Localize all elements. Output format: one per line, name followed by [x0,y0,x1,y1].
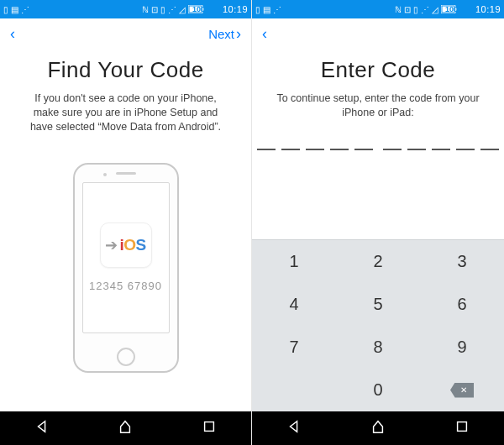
svg-rect-3 [205,422,214,432]
vibrate-icon: ⊡ [151,5,158,14]
screen-find-code: ▯ ▤ ⋰ ℕ ⊡ ▯ ⋰ ◿ 100 10:19 ‹ Ne [0,0,252,445]
key-1[interactable]: 1 [252,240,336,283]
sim-icon: ▯ [413,5,418,14]
sample-code: 12345 67890 [89,280,162,292]
wifi-status-icon: ⋰ [273,5,281,14]
key-blank [252,369,336,411]
key-3[interactable]: 3 [420,240,504,283]
move-to-ios-icon: ➔ iOS [100,222,152,268]
code-slot [480,149,499,150]
battery-percent: 100 [445,5,458,13]
code-slot [432,149,450,150]
page-description: To continue setup, enter the code from y… [276,92,480,120]
nav-home-icon[interactable] [370,419,386,437]
code-slot [257,149,276,150]
status-bar: ▯ ▤ ⋰ ℕ ⊡ ▯ ⋰ ◿ 100 10:19 [252,0,504,18]
code-slot [383,149,402,150]
chevron-left-icon: ‹ [10,26,15,41]
page-description: If you don't see a code on your iPhone, … [24,92,228,134]
signal-icon: ◿ [432,5,438,14]
code-slot [354,149,373,150]
key-backspace[interactable] [420,369,504,411]
nfc-icon: ℕ [395,5,402,14]
image-status-icon: ▤ [263,5,270,14]
code-slot [281,149,300,150]
vibrate-icon: ⊡ [404,5,411,14]
next-button[interactable]: Next › [208,26,241,41]
key-0[interactable]: 0 [336,369,420,411]
code-slot [330,149,349,150]
status-bar: ▯ ▤ ⋰ ℕ ⊡ ▯ ⋰ ◿ 100 10:19 [0,0,251,18]
code-input[interactable] [252,149,504,150]
screen-enter-code: ▯ ▤ ⋰ ℕ ⊡ ▯ ⋰ ◿ 100 10:19 ‹ [252,0,504,445]
chevron-left-icon: ‹ [262,26,267,41]
code-slot [456,149,475,150]
battery-percent: 100 [192,5,205,13]
nav-row: ‹ Next › [0,18,251,49]
phone-home-button-icon [117,348,135,366]
phone-status-icon: ▯ [3,5,8,14]
phone-status-icon: ▯ [255,5,260,14]
key-7[interactable]: 7 [252,326,336,369]
back-button[interactable]: ‹ [10,26,15,41]
nav-back-icon[interactable] [286,419,302,437]
key-9[interactable]: 9 [420,326,504,369]
nav-home-icon[interactable] [118,419,133,437]
android-nav-bar [0,411,251,445]
arrow-right-icon: ➔ [105,236,118,254]
image-status-icon: ▤ [11,5,18,14]
wifi-icon: ⋰ [168,5,176,14]
nfc-icon: ℕ [142,5,149,14]
numeric-keypad: 1 2 3 4 5 6 7 8 9 0 [252,239,504,411]
key-5[interactable]: 5 [336,283,420,326]
ios-label: iOS [119,236,145,254]
back-button[interactable]: ‹ [262,26,267,41]
nav-recent-icon[interactable] [454,419,470,437]
phone-illustration: ➔ iOS 12345 67890 [0,163,251,411]
signal-icon: ◿ [179,5,186,14]
key-4[interactable]: 4 [252,283,336,326]
wifi-icon: ⋰ [421,5,429,14]
next-label: Next [208,27,234,41]
nav-recent-icon[interactable] [202,419,217,437]
nav-back-icon[interactable] [34,419,50,437]
clock: 10:19 [475,4,501,14]
page-title: Enter Code [267,57,489,83]
key-8[interactable]: 8 [336,326,420,369]
nav-row: ‹ [252,18,504,49]
clock: 10:19 [223,4,248,14]
sim-icon: ▯ [160,5,165,14]
page-title: Find Your Code [15,57,236,83]
key-6[interactable]: 6 [420,283,504,326]
android-nav-bar [252,411,504,445]
code-slot [306,149,324,150]
chevron-right-icon: › [236,26,241,41]
wifi-status-icon: ⋰ [21,5,29,14]
svg-rect-7 [458,422,467,432]
code-slot [407,149,426,150]
key-2[interactable]: 2 [336,240,420,283]
backspace-icon [450,383,474,398]
